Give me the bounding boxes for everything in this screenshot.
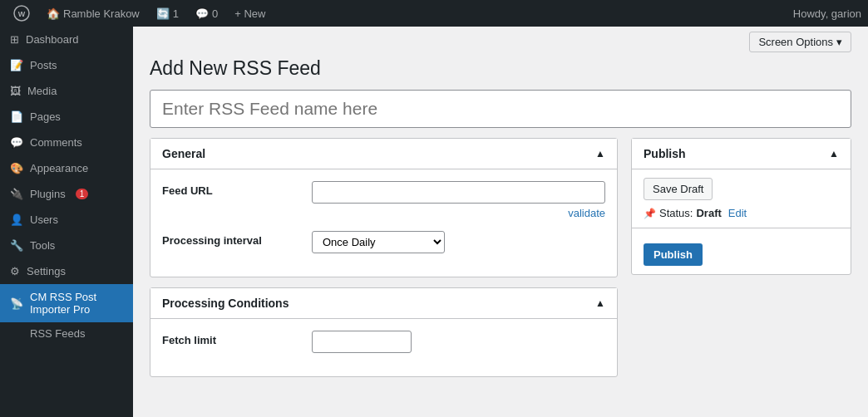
sidebar-item-appearance[interactable]: 🎨 Appearance: [0, 155, 133, 181]
status-label: Status:: [659, 207, 693, 219]
publish-metabox-title: Publish: [644, 147, 686, 160]
home-icon: 🏠: [47, 7, 60, 20]
settings-label: Settings: [27, 265, 66, 277]
publish-button[interactable]: Publish: [644, 243, 703, 266]
sidebar-item-media[interactable]: 🖼 Media: [0, 78, 133, 104]
general-toggle-icon: ▲: [595, 148, 605, 159]
sidebar: ⊞ Dashboard 📝 Posts 🖼 Media 📄 Pages 💬 Co…: [0, 27, 133, 417]
layout: ⊞ Dashboard 📝 Posts 🖼 Media 📄 Pages 💬 Co…: [0, 27, 868, 417]
dashboard-label: Dashboard: [26, 33, 79, 46]
tools-icon: 🔧: [10, 239, 23, 252]
sidebar-item-plugins[interactable]: 🔌 Plugins 1: [0, 181, 133, 207]
general-metabox: General ▲ Feed URL validate: [150, 138, 618, 277]
screen-options-arrow-icon: ▾: [836, 36, 842, 48]
processing-conditions-title: Processing Conditions: [162, 297, 289, 310]
sidebar-item-tools[interactable]: 🔧 Tools: [0, 233, 133, 258]
wp-logo-item[interactable]: W: [7, 0, 37, 27]
pages-label: Pages: [30, 110, 61, 123]
status-row: 📌 Status: Draft Edit: [644, 207, 839, 219]
fetch-limit-control: [312, 331, 605, 353]
settings-icon: ⚙: [10, 265, 20, 277]
users-label: Users: [30, 213, 58, 226]
comments-count: 0: [212, 7, 218, 20]
publish-toggle-icon: ▲: [829, 148, 839, 159]
processing-interval-select[interactable]: Once Daily Twice Daily Hourly Every 30 M…: [312, 231, 445, 253]
posts-icon: 📝: [10, 59, 23, 71]
sidebar-item-pages[interactable]: 📄 Pages: [0, 104, 133, 130]
comments-nav-icon: 💬: [10, 136, 23, 149]
cm-rss-label: CM RSS Post Importer Pro: [30, 291, 123, 316]
pages-icon: 📄: [10, 110, 23, 123]
feed-url-input[interactable]: [312, 181, 605, 204]
fetch-limit-label: Fetch limit: [162, 331, 312, 346]
screen-options-bar: Screen Options ▾: [133, 27, 868, 57]
fetch-limit-input[interactable]: [312, 331, 412, 353]
svg-text:W: W: [18, 10, 26, 18]
plugins-icon: 🔌: [10, 188, 23, 200]
status-icon: 📌: [644, 208, 656, 219]
status-value: Draft: [696, 207, 721, 219]
sidebar-item-posts[interactable]: 📝 Posts: [0, 52, 133, 78]
validate-link[interactable]: validate: [312, 207, 605, 219]
dashboard-icon: ⊞: [10, 33, 19, 46]
sidebar-item-dashboard[interactable]: ⊞ Dashboard: [0, 27, 133, 52]
cm-rss-icon: 📡: [10, 297, 23, 310]
plugins-badge: 1: [76, 189, 89, 199]
new-item[interactable]: + New: [228, 0, 272, 27]
sidebar-item-users[interactable]: 👤 Users: [0, 207, 133, 233]
sidebar-item-comments[interactable]: 💬 Comments: [0, 130, 133, 155]
side-column: Publish ▲ Save Draft 📌 Status: Draft Edi…: [631, 138, 851, 387]
processing-conditions-metabox-header[interactable]: Processing Conditions ▲: [150, 288, 617, 319]
publish-metabox-body: Save Draft 📌 Status: Draft Edit: [632, 169, 851, 228]
updates-item[interactable]: 🔄 1: [150, 0, 185, 27]
feed-url-label: Feed URL: [162, 181, 312, 197]
screen-options-label: Screen Options: [758, 36, 833, 48]
sidebar-sub-rss-feeds[interactable]: RSS Feeds: [0, 322, 133, 345]
new-label: + New: [234, 7, 265, 20]
sidebar-item-settings[interactable]: ⚙ Settings: [0, 258, 133, 284]
site-name-item[interactable]: 🏠 Ramble Krakow: [40, 0, 146, 27]
site-name: Ramble Krakow: [63, 7, 140, 20]
general-metabox-body: Feed URL validate Processing interval: [150, 169, 617, 277]
processing-conditions-metabox: Processing Conditions ▲ Fetch limit: [150, 287, 618, 377]
plugins-label: Plugins: [30, 188, 66, 200]
top-bar: W 🏠 Ramble Krakow 🔄 1 💬 0 + New Howdy, g…: [0, 0, 868, 27]
general-metabox-title: General: [162, 147, 205, 160]
feed-url-control: validate: [312, 181, 605, 219]
publish-metabox-header[interactable]: Publish ▲: [632, 139, 851, 169]
processing-interval-row: Processing interval Once Daily Twice Dai…: [162, 231, 605, 253]
updates-count: 1: [173, 7, 179, 20]
fetch-limit-row: Fetch limit: [162, 331, 605, 353]
tools-label: Tools: [30, 239, 55, 252]
appearance-icon: 🎨: [10, 162, 23, 174]
screen-options-button[interactable]: Screen Options ▾: [749, 32, 851, 52]
publish-footer: Publish: [632, 228, 851, 274]
feed-url-row: Feed URL validate: [162, 181, 605, 219]
comments-nav-label: Comments: [30, 136, 82, 149]
wp-logo-icon: W: [13, 5, 30, 22]
feed-name-input[interactable]: [150, 90, 851, 128]
general-metabox-header[interactable]: General ▲: [150, 139, 617, 169]
processing-interval-control: Once Daily Twice Daily Hourly Every 30 M…: [312, 231, 605, 253]
main-column: General ▲ Feed URL validate: [150, 138, 618, 387]
comments-icon: 💬: [195, 7, 209, 20]
rss-feeds-label: RSS Feeds: [30, 327, 85, 340]
processing-conditions-body: Fetch limit: [150, 319, 617, 376]
sidebar-item-cm-rss[interactable]: 📡 CM RSS Post Importer Pro: [0, 284, 133, 322]
status-edit-link[interactable]: Edit: [728, 207, 747, 219]
posts-label: Posts: [30, 59, 57, 71]
content-area: Add New RSS Feed General ▲: [133, 57, 868, 404]
publish-metabox: Publish ▲ Save Draft 📌 Status: Draft Edi…: [631, 138, 851, 275]
comments-item[interactable]: 💬 0: [189, 0, 224, 27]
howdy-text: Howdy, garion: [793, 7, 861, 20]
appearance-label: Appearance: [30, 162, 88, 174]
main-content: Screen Options ▾ Add New RSS Feed Genera…: [133, 27, 868, 417]
media-label: Media: [27, 85, 57, 97]
processing-interval-label: Processing interval: [162, 231, 312, 247]
users-icon: 👤: [10, 213, 23, 226]
processing-conditions-toggle-icon: ▲: [595, 297, 605, 309]
content-columns: General ▲ Feed URL validate: [150, 138, 851, 387]
save-draft-button[interactable]: Save Draft: [644, 178, 713, 200]
media-icon: 🖼: [10, 85, 21, 97]
page-title: Add New RSS Feed: [150, 57, 851, 80]
